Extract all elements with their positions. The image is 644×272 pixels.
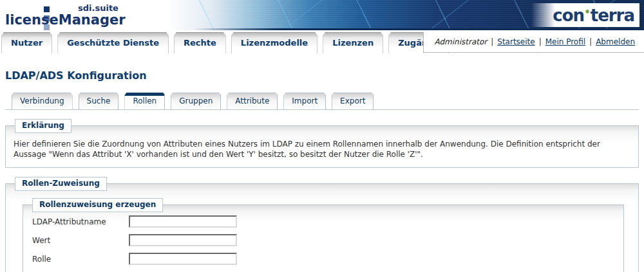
tab-lizenzen[interactable]: Lizenzen xyxy=(323,32,383,53)
subtab-verbindung[interactable]: Verbindung xyxy=(12,93,73,109)
tab-lizenzmodelle[interactable]: Lizenzmodelle xyxy=(231,32,317,53)
conterra-logo-dot: • xyxy=(584,6,591,18)
subtab-rollen[interactable]: Rollen xyxy=(124,93,165,109)
subtab-gruppen[interactable]: Gruppen xyxy=(171,93,221,109)
page-content: LDAP/ADS Konfiguration VerbindungSucheRo… xyxy=(0,69,644,272)
product-suite-name: sdi.suite xyxy=(78,3,118,13)
separator: | xyxy=(487,37,497,46)
wert-label: Wert xyxy=(32,236,129,245)
subtab-import[interactable]: Import xyxy=(283,93,326,109)
rolle-input[interactable] xyxy=(129,253,237,265)
conterra-logo-part2: terra xyxy=(591,6,634,25)
product-name: licenseManager xyxy=(5,12,126,28)
form-row: LDAP-Attributname xyxy=(32,215,614,228)
separator: | xyxy=(535,37,545,46)
ldap-attribute-name-input[interactable] xyxy=(129,215,237,228)
app-header: sdi.suite licenseManager con•terra xyxy=(0,0,644,30)
settings-sub-nav: VerbindungSucheRollenGruppenAttributeImp… xyxy=(5,93,639,110)
form-row: Rolle xyxy=(32,253,614,265)
create-role-assignment-legend: Rollenzuweisung erzeugen xyxy=(32,198,163,212)
link-abmelden[interactable]: Abmelden xyxy=(596,37,635,46)
rolle-label: Rolle xyxy=(32,255,129,264)
conterra-logo-part1: con xyxy=(553,6,584,25)
subtab-suche[interactable]: Suche xyxy=(79,93,119,109)
current-user-label: Administrator xyxy=(434,37,487,46)
ldap-attribute-name-label: LDAP-Attributname xyxy=(32,217,129,226)
conterra-logo: con•terra xyxy=(553,7,634,24)
wert-input[interactable] xyxy=(129,234,237,246)
explanation-panel: Erklärung Hier definieren Sie die Zuordn… xyxy=(5,125,639,168)
role-assignment-legend: Rollen-Zuweisung xyxy=(15,177,107,191)
logo-square xyxy=(44,6,50,12)
explanation-legend: Erklärung xyxy=(15,119,71,133)
user-links-bar: Administrator|Startseite|Mein Profil|Abm… xyxy=(423,32,644,53)
tab-nutzer[interactable]: Nutzer xyxy=(1,32,52,53)
subtab-export[interactable]: Export xyxy=(332,93,374,109)
tab-geschuetzte-dienste[interactable]: Geschützte Dienste xyxy=(57,32,169,53)
create-role-assignment-panel: Rollenzuweisung erzeugen LDAP-Attributna… xyxy=(23,204,624,272)
role-assignment-panel: Rollen-Zuweisung Rollenzuweisung erzeuge… xyxy=(5,183,639,272)
form-row: Wert xyxy=(32,234,614,246)
tab-rechte[interactable]: Rechte xyxy=(174,32,226,53)
separator: | xyxy=(585,37,596,46)
link-mein-profil[interactable]: Mein Profil xyxy=(545,37,585,46)
main-nav: NutzerGeschützte DiensteRechteLizenzmode… xyxy=(0,30,644,54)
explanation-text: Hier definieren Sie die Zuordnung von At… xyxy=(14,139,630,159)
link-startseite[interactable]: Startseite xyxy=(497,37,535,46)
vendor-logo-box: con•terra xyxy=(531,3,639,27)
page-title: LDAP/ADS Konfiguration xyxy=(5,69,639,82)
subtab-attribute[interactable]: Attribute xyxy=(227,93,278,109)
